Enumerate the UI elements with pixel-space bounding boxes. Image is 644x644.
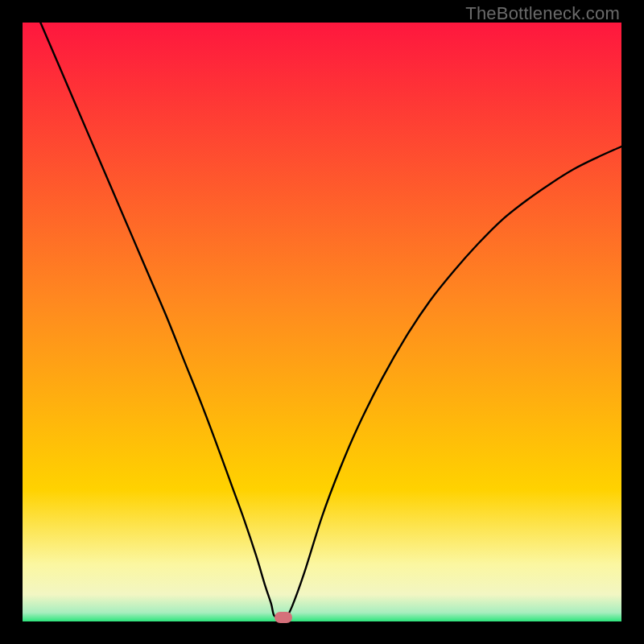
bottleneck-curve [23, 0, 621, 618]
watermark-text: TheBottleneck.com [465, 3, 620, 24]
optimal-point-marker [275, 612, 292, 623]
chart-frame [23, 23, 621, 621]
curve-layer [23, 23, 621, 621]
